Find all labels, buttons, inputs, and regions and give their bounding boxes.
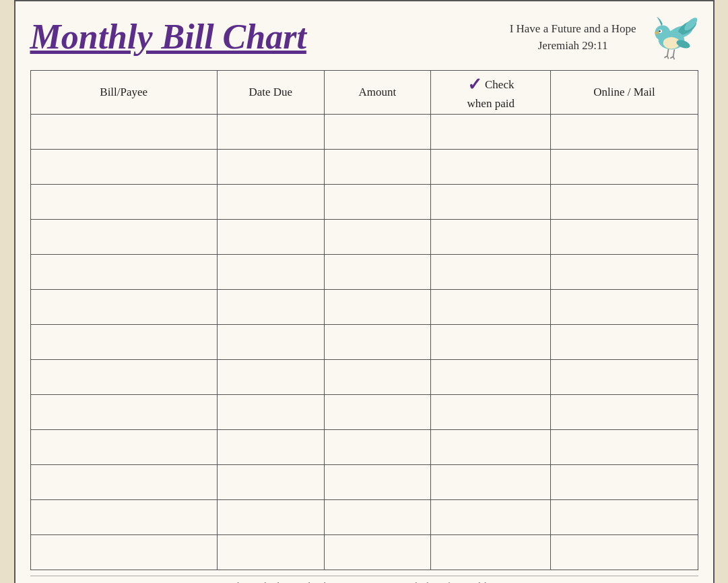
table-cell: [30, 254, 217, 289]
table-cell: [551, 394, 698, 429]
col-header-date: Date Due: [217, 71, 324, 115]
col-header-bill: Bill/Payee: [30, 71, 217, 115]
svg-line-15: [673, 57, 674, 59]
table-cell: [324, 324, 431, 359]
header-right: I Have a Future and a Hope Jeremiah 29:1…: [510, 13, 698, 61]
table-cell: [431, 184, 551, 219]
table-cell: [324, 254, 431, 289]
table-cell: [324, 499, 431, 534]
bill-table: Bill/Payee Date Due Amount ✓ Check when …: [30, 70, 698, 570]
col-header-amount: Amount: [324, 71, 431, 115]
verse-line2: Jeremiah 29:11: [510, 37, 636, 55]
table-row: [30, 254, 698, 289]
svg-line-10: [667, 49, 668, 57]
table-cell: [431, 534, 551, 570]
table-cell: [551, 499, 698, 534]
table-cell: [551, 324, 698, 359]
table-cell: [551, 464, 698, 499]
table-cell: [324, 464, 431, 499]
table-cell: [551, 254, 698, 289]
table-cell: [217, 184, 324, 219]
table-cell: [30, 464, 217, 499]
table-cell: [217, 394, 324, 429]
table-cell: [431, 254, 551, 289]
table-cell: [551, 219, 698, 254]
col-header-check: ✓ Check when paid: [431, 71, 551, 115]
table-cell: [217, 114, 324, 149]
table-cell: [30, 219, 217, 254]
check-header-content: ✓ Check when paid: [435, 73, 546, 111]
table-cell: [431, 429, 551, 464]
table-cell: [30, 394, 217, 429]
bird-svg: [644, 13, 698, 61]
table-row: [30, 149, 698, 184]
verse-line1: I Have a Future and a Hope: [510, 20, 636, 38]
table-row: [30, 359, 698, 394]
page: Monthly Bill Chart I Have a Future and a…: [14, 0, 715, 583]
table-cell: [551, 114, 698, 149]
table-cell: [431, 359, 551, 394]
table-cell: [324, 359, 431, 394]
table-cell: [324, 289, 431, 324]
table-row: [30, 499, 698, 534]
table-cell: [324, 429, 431, 464]
table-cell: [324, 534, 431, 570]
table-cell: [551, 289, 698, 324]
table-cell: [324, 149, 431, 184]
check-label-line1: Check: [485, 78, 514, 92]
table-cell: [217, 324, 324, 359]
table-row: [30, 289, 698, 324]
table-cell: [30, 499, 217, 534]
footer: Personal use only, do not redistribute i…: [30, 576, 698, 583]
page-title: Monthly Bill Chart: [30, 18, 306, 56]
table-row: [30, 534, 698, 570]
table-cell: [431, 394, 551, 429]
table-cell: [324, 394, 431, 429]
table-cell: [30, 149, 217, 184]
table-cell: [30, 429, 217, 464]
table-cell: [431, 219, 551, 254]
table-cell: [431, 464, 551, 499]
table-cell: [431, 499, 551, 534]
check-label-line2: when paid: [467, 96, 515, 111]
verse-text: I Have a Future and a Hope Jeremiah 29:1…: [510, 20, 636, 55]
table-cell: [324, 114, 431, 149]
table-cell: [431, 289, 551, 324]
table-cell: [217, 499, 324, 534]
table-cell: [30, 534, 217, 570]
table-cell: [551, 184, 698, 219]
svg-line-11: [673, 49, 674, 57]
footer-text: Personal use only, do not redistribute i…: [209, 580, 519, 583]
table-cell: [217, 219, 324, 254]
table-cell: [551, 429, 698, 464]
svg-line-13: [667, 56, 668, 59]
table-row: [30, 219, 698, 254]
table-cell: [217, 254, 324, 289]
header: Monthly Bill Chart I Have a Future and a…: [30, 13, 698, 61]
table-header-row: Bill/Payee Date Due Amount ✓ Check when …: [30, 71, 698, 115]
table-cell: [324, 184, 431, 219]
table-row: [30, 394, 698, 429]
svg-point-6: [659, 30, 661, 32]
table-cell: [551, 534, 698, 570]
table-cell: [431, 324, 551, 359]
table-row: [30, 114, 698, 149]
table-cell: [324, 219, 431, 254]
table-cell: [30, 289, 217, 324]
table-cell: [30, 184, 217, 219]
table-cell: [551, 149, 698, 184]
table-cell: [30, 324, 217, 359]
table-cell: [217, 534, 324, 570]
table-cell: [30, 359, 217, 394]
table-cell: [551, 359, 698, 394]
table-cell: [217, 429, 324, 464]
table-cell: [217, 149, 324, 184]
table-row: [30, 429, 698, 464]
table-row: [30, 324, 698, 359]
table-cell: [217, 289, 324, 324]
col-header-online: Online / Mail: [551, 71, 698, 115]
table-cell: [30, 114, 217, 149]
table-cell: [431, 114, 551, 149]
check-symbol: ✓: [467, 73, 482, 96]
table-cell: [217, 359, 324, 394]
